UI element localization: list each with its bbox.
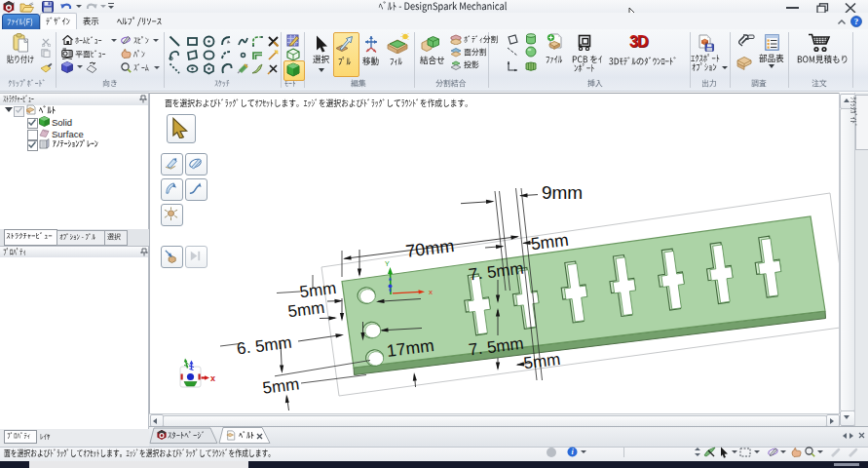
svg-text:x: x <box>429 288 433 296</box>
svg-text:x: x <box>210 373 215 383</box>
svg-text:?: ? <box>854 17 859 26</box>
svg-text:9mm: 9mm <box>542 182 583 203</box>
svg-text:6. 5mm: 6. 5mm <box>236 333 293 359</box>
svg-text:70mm: 70mm <box>404 236 455 261</box>
svg-text:5mm: 5mm <box>522 350 561 372</box>
svg-text:5mm: 5mm <box>261 374 300 397</box>
svg-text:Y: Y <box>385 260 390 267</box>
svg-text:5mm: 5mm <box>286 298 325 321</box>
